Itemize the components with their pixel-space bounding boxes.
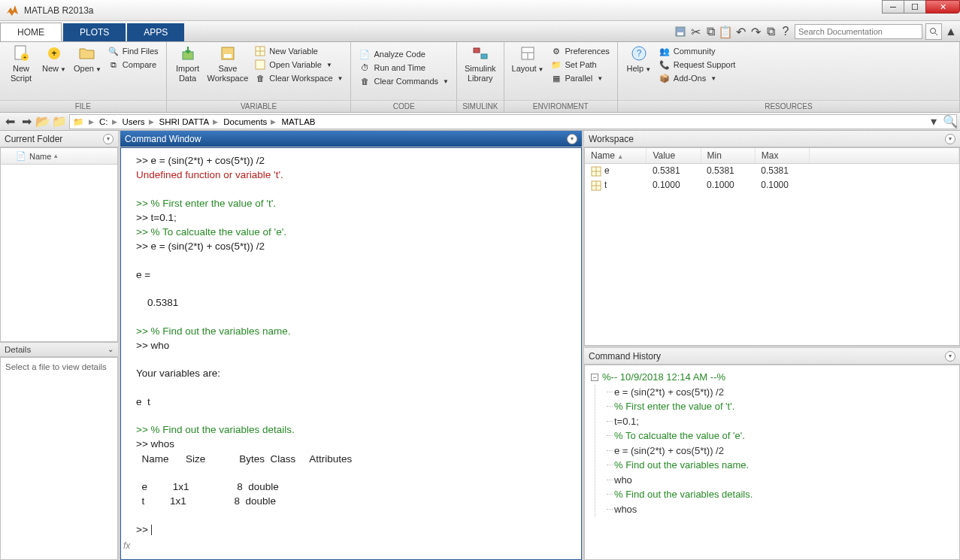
breadcrumb[interactable]: 📁 ▶C: ▶Users ▶SHRI DATTA ▶Documents ▶MAT… <box>69 114 957 129</box>
path-search-icon[interactable]: 🔍 <box>943 115 957 129</box>
forward-icon[interactable]: ➡ <box>20 115 33 129</box>
folder-name-column[interactable]: 📄 Name ▲ <box>1 148 117 165</box>
save-icon[interactable] <box>674 26 686 38</box>
ribbon-group-simulink: Simulink Library SIMULINK <box>457 42 504 112</box>
history-item[interactable]: % First enter the value of 't'. <box>613 399 953 414</box>
set-path-button[interactable]: 📁Set Path <box>550 59 610 71</box>
up-folder-icon[interactable]: 📂 <box>36 115 50 129</box>
workspace-col-value[interactable]: Value <box>647 148 701 164</box>
svg-rect-15 <box>256 60 265 69</box>
paste-icon[interactable]: 📋 <box>719 26 731 38</box>
find-files-button[interactable]: 🔍Find Files <box>108 45 159 57</box>
clear-workspace-button[interactable]: 🗑Clear Workspace▼ <box>254 72 343 84</box>
svg-text:?: ? <box>636 48 641 59</box>
clear-commands-button[interactable]: 🗑Clear Commands▼ <box>359 75 449 87</box>
new-variable-button[interactable]: New Variable <box>254 45 343 57</box>
minimize-button[interactable]: ─ <box>882 0 904 14</box>
minimize-ribbon-icon[interactable]: ▲ <box>945 26 957 38</box>
history-item[interactable]: % To calcualte the value of 'e'. <box>613 428 953 443</box>
undo-icon[interactable]: ↶ <box>734 26 746 38</box>
path-dropdown-icon[interactable]: ▾ <box>927 115 940 129</box>
pane-options-icon[interactable]: ▾ <box>567 134 577 144</box>
fx-icon[interactable]: fx <box>123 540 130 552</box>
command-history[interactable]: −%-- 10/9/2018 12:14 AM --% e = (sin(2*t… <box>584 365 960 560</box>
search-button[interactable] <box>925 23 942 40</box>
window-title: MATLAB R2013a <box>24 5 94 16</box>
simulink-library-button[interactable]: Simulink Library <box>462 44 499 85</box>
switch-windows-icon[interactable]: ⧉ <box>765 26 777 38</box>
community-icon: 👥 <box>659 45 671 57</box>
workspace-row[interactable]: t 0.10000.10000.1000 <box>585 178 959 192</box>
new-button[interactable]: +New▼ <box>38 44 71 75</box>
preferences-button[interactable]: ⚙Preferences <box>550 45 610 57</box>
tabstrip: HOME PLOTS APPS ✂ ⧉ 📋 ↶ ↷ ⧉ ? ▲ <box>0 21 960 42</box>
addons-button[interactable]: 📦Add-Ons▼ <box>659 72 736 84</box>
tab-apps[interactable]: APPS <box>127 23 184 41</box>
history-item[interactable]: whos <box>613 502 953 517</box>
workspace-table: Name ▲ Value Min Max e 0.53810.53810.538… <box>585 148 959 192</box>
tree-toggle-icon[interactable]: − <box>591 374 598 381</box>
open-variable-button[interactable]: Open Variable▼ <box>254 59 343 71</box>
save-workspace-icon <box>220 45 236 62</box>
current-folder-header[interactable]: Current Folder▾ <box>0 131 118 147</box>
workspace-col-max[interactable]: Max <box>755 148 809 164</box>
open-icon <box>79 45 95 62</box>
support-icon: 📞 <box>659 59 671 71</box>
run-time-icon: ⏱ <box>359 62 371 74</box>
svg-line-3 <box>935 33 937 35</box>
help-icon[interactable]: ? <box>780 26 792 38</box>
pane-options-icon[interactable]: ▾ <box>103 134 114 144</box>
tab-home[interactable]: HOME <box>0 23 62 41</box>
command-history-header[interactable]: Command History▾ <box>584 348 960 365</box>
new-variable-icon <box>254 45 266 57</box>
compare-button[interactable]: ⧉Compare <box>108 59 159 71</box>
ribbon-group-resources: ?Help▼ 👥Community 📞Request Support 📦Add-… <box>618 42 960 112</box>
svg-point-2 <box>931 29 936 34</box>
history-item[interactable]: who <box>613 473 953 488</box>
analyze-code-button[interactable]: 📄Analyze Code <box>359 48 449 60</box>
parallel-button[interactable]: ▦Parallel▼ <box>550 72 610 84</box>
layout-icon <box>519 45 536 62</box>
request-support-button[interactable]: 📞Request Support <box>659 59 736 71</box>
save-workspace-button[interactable]: Save Workspace <box>204 44 252 85</box>
workspace-row[interactable]: e 0.53810.53810.5381 <box>585 164 959 178</box>
find-files-icon: 🔍 <box>108 45 120 57</box>
close-button[interactable]: ✕ <box>925 0 960 14</box>
back-icon[interactable]: ⬅ <box>3 115 17 129</box>
import-data-button[interactable]: Import Data <box>171 44 204 85</box>
maximize-button[interactable]: ☐ <box>904 0 926 14</box>
search-input[interactable] <box>795 24 922 39</box>
variable-icon <box>591 166 601 177</box>
details-header[interactable]: Details⌄ <box>0 342 118 357</box>
history-item[interactable]: % Find out the variables name. <box>613 458 953 473</box>
clear-workspace-icon: 🗑 <box>254 72 266 84</box>
history-item[interactable]: t=0.1; <box>613 414 953 429</box>
import-icon <box>180 45 196 62</box>
tab-plots[interactable]: PLOTS <box>63 23 126 41</box>
workspace-header[interactable]: Workspace▾ <box>584 131 960 147</box>
pane-options-icon[interactable]: ▾ <box>945 134 955 144</box>
workspace-col-min[interactable]: Min <box>701 148 755 164</box>
command-window-pane: Command Window▾ >> e = (sin(2*t) + cos(5… <box>120 131 584 560</box>
new-script-button[interactable]: +New Script <box>5 44 38 85</box>
new-script-icon: + <box>13 45 29 62</box>
cut-icon[interactable]: ✂ <box>689 26 701 38</box>
history-item[interactable]: e = (sin(2*t) + cos(5*t)) /2 <box>613 443 953 459</box>
workspace-col-name[interactable]: Name ▲ <box>585 148 647 164</box>
ribbon-group-environment: Layout▼ ⚙Preferences 📁Set Path ▦Parallel… <box>504 42 618 112</box>
redo-icon[interactable]: ↷ <box>750 26 762 38</box>
pane-options-icon[interactable]: ▾ <box>945 351 955 362</box>
set-path-icon: 📁 <box>550 59 562 71</box>
help-button[interactable]: ?Help▼ <box>622 44 656 75</box>
open-button[interactable]: Open▼ <box>71 44 104 75</box>
command-window[interactable]: >> e = (sin(2*t) + cos(5*t)) /2 Undefine… <box>120 147 582 560</box>
run-time-button[interactable]: ⏱Run and Time <box>359 62 449 74</box>
details-message: Select a file to view details <box>0 357 118 561</box>
history-item[interactable]: % Find out the variables details. <box>613 487 953 502</box>
layout-button[interactable]: Layout▼ <box>509 44 547 75</box>
copy-icon[interactable]: ⧉ <box>704 26 716 38</box>
community-button[interactable]: 👥Community <box>659 45 736 57</box>
history-item[interactable]: e = (sin(2*t) + cos(5*t)) /2 <box>613 385 953 400</box>
command-window-header[interactable]: Command Window▾ <box>120 131 582 147</box>
browse-icon[interactable]: 📁 <box>53 115 66 129</box>
